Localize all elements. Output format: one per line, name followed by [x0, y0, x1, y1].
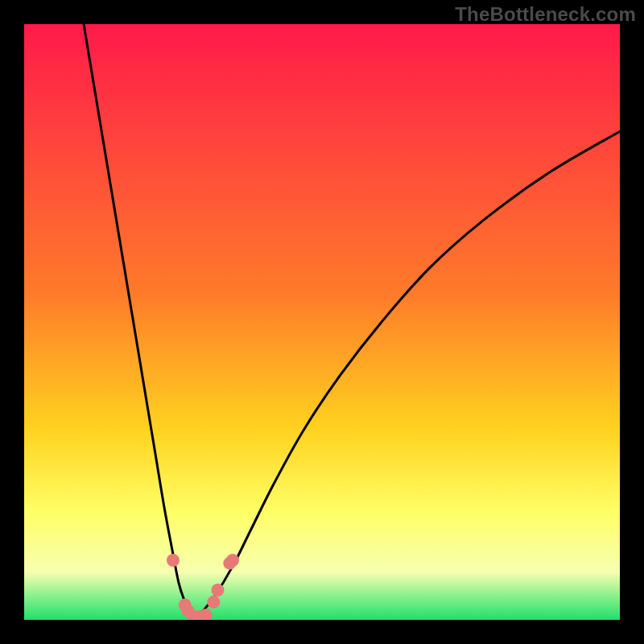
outer-frame: TheBottleneck.com: [0, 0, 644, 644]
data-point-marker: [226, 554, 239, 567]
data-point-marker: [207, 596, 220, 609]
data-point-marker: [167, 554, 180, 567]
data-point-marker: [212, 584, 225, 597]
bottleneck-curve-chart: [24, 24, 620, 620]
gradient-background: [24, 24, 620, 620]
chart-plot-area: [24, 24, 620, 620]
watermark-text: TheBottleneck.com: [455, 3, 636, 26]
